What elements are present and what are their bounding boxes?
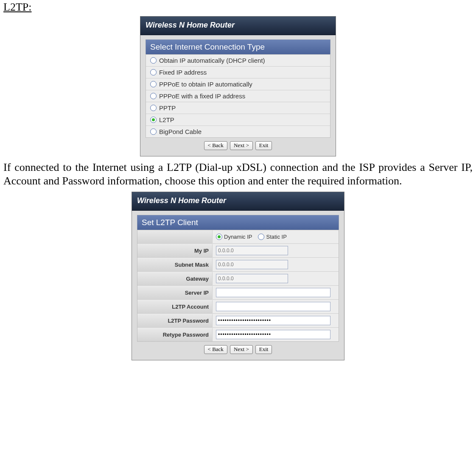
row-password: L2TP Password (137, 314, 339, 328)
option-pptp[interactable]: PPTP (146, 102, 330, 114)
radio-icon (150, 117, 157, 123)
section-heading: L2TP: (3, 1, 473, 14)
radio-icon (216, 234, 222, 240)
option-label: Fixed IP address (159, 69, 207, 76)
option-label: L2TP (159, 116, 174, 123)
router-panel-connection-type: Wireless N Home Router Select Internet C… (140, 16, 336, 156)
radio-icon (150, 69, 157, 75)
form-label: Subnet Mask (137, 258, 213, 271)
next-button[interactable]: Next > (230, 141, 253, 150)
option-label: Obtain IP automatically (DHCP client) (159, 57, 265, 64)
option-dhcp[interactable]: Obtain IP automatically (DHCP client) (146, 55, 330, 67)
option-bigpond[interactable]: BigPond Cable (146, 126, 330, 137)
form-label: Server IP (137, 286, 213, 299)
radio-icon (150, 93, 157, 99)
form-label: My IP (137, 244, 213, 257)
radio-icon (258, 234, 264, 240)
radio-icon (150, 128, 157, 135)
option-label: PPPoE with a fixed IP address (159, 92, 245, 100)
radio-label: Static IP (266, 234, 286, 240)
figure-connection-type: Wireless N Home Router Select Internet C… (3, 16, 473, 156)
subnet-mask-input[interactable] (216, 260, 288, 269)
retype-password-input[interactable] (216, 330, 330, 339)
radio-icon (150, 57, 157, 64)
option-label: PPPoE to obtain IP automatically (159, 81, 252, 88)
next-button[interactable]: Next > (230, 345, 253, 354)
row-server-ip: Server IP (137, 286, 339, 300)
form-label: L2TP Account (137, 300, 213, 313)
row-my-ip: My IP (137, 244, 339, 258)
row-ip-mode: Dynamic IP Static IP (137, 230, 339, 244)
body-paragraph: If connected to the Internet using a L2T… (3, 161, 473, 187)
gateway-input[interactable] (216, 274, 288, 283)
button-row: < Back Next > Exit (137, 342, 339, 354)
server-ip-input[interactable] (216, 288, 330, 297)
option-fixed-ip[interactable]: Fixed IP address (146, 67, 330, 78)
panel-header: Set L2TP Client (137, 215, 339, 230)
radio-label: Dynamic IP (224, 234, 252, 240)
panel-titlebar: Wireless N Home Router (132, 192, 344, 211)
dynamic-ip-option[interactable]: Dynamic IP (216, 234, 252, 240)
l2tp-password-input[interactable] (216, 316, 330, 325)
option-l2tp[interactable]: L2TP (146, 114, 330, 126)
row-retype-password: Retype Password (137, 328, 339, 341)
figure-l2tp-client: Wireless N Home Router Set L2TP Client D… (3, 192, 473, 360)
panel-header: Select Internet Connection Type (146, 39, 330, 54)
option-pppoe-auto[interactable]: PPPoE to obtain IP automatically (146, 78, 330, 90)
radio-icon (150, 105, 157, 111)
exit-button[interactable]: Exit (255, 345, 272, 354)
l2tp-form: Dynamic IP Static IP My IP (137, 230, 339, 342)
static-ip-option[interactable]: Static IP (258, 234, 286, 240)
form-label: Gateway (137, 272, 213, 285)
form-label: L2TP Password (137, 314, 213, 327)
button-row: < Back Next > Exit (146, 138, 330, 150)
panel-titlebar: Wireless N Home Router (140, 17, 336, 35)
option-label: PPTP (159, 104, 176, 112)
row-account: L2TP Account (137, 300, 339, 314)
row-subnet: Subnet Mask (137, 258, 339, 272)
back-button[interactable]: < Back (204, 345, 227, 354)
l2tp-account-input[interactable] (216, 302, 330, 311)
form-label-blank (137, 230, 213, 243)
back-button[interactable]: < Back (204, 141, 227, 150)
row-gateway: Gateway (137, 272, 339, 286)
exit-button[interactable]: Exit (255, 141, 272, 150)
radio-icon (150, 81, 157, 87)
my-ip-input[interactable] (216, 246, 288, 255)
form-label: Retype Password (137, 328, 213, 341)
router-panel-l2tp-client: Wireless N Home Router Set L2TP Client D… (132, 192, 344, 360)
connection-type-options: Obtain IP automatically (DHCP client) Fi… (146, 54, 330, 138)
option-pppoe-fixed[interactable]: PPPoE with a fixed IP address (146, 90, 330, 102)
option-label: BigPond Cable (159, 128, 202, 135)
